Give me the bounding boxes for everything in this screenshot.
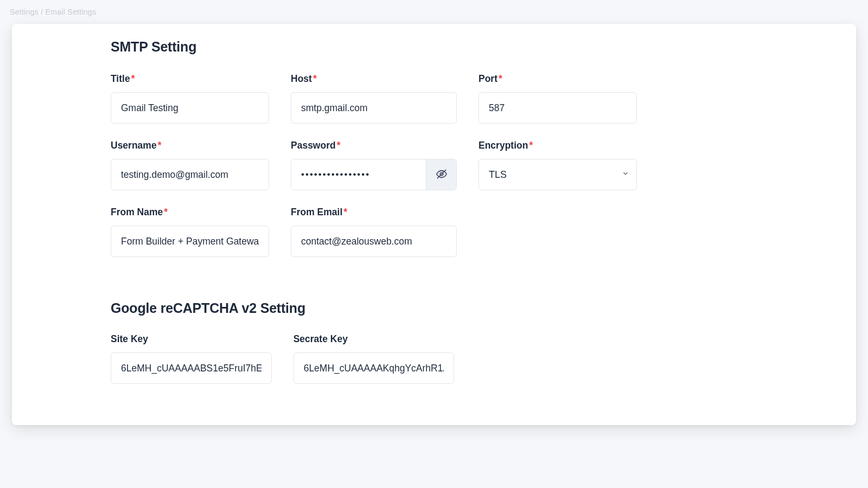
- secret-key-input[interactable]: [293, 352, 455, 384]
- required-asterisk: *: [337, 140, 341, 151]
- field-from-name: From Name*: [111, 207, 269, 257]
- label-password: Password*: [291, 140, 457, 151]
- label-from-name-text: From Name: [111, 207, 163, 217]
- host-input[interactable]: [291, 92, 457, 124]
- toggle-password-button[interactable]: [426, 159, 456, 190]
- field-password: Password*: [291, 140, 457, 190]
- username-input[interactable]: [111, 159, 269, 190]
- required-asterisk: *: [131, 73, 135, 84]
- grid-spacer: [478, 207, 637, 257]
- from-email-input[interactable]: [291, 226, 457, 257]
- page-wrapper: Settings / Email Settings SMTP Setting T…: [0, 0, 868, 425]
- field-port: Port*: [478, 73, 637, 124]
- smtp-fields-grid: Title* Host* Port*: [111, 73, 637, 257]
- required-asterisk: *: [313, 73, 317, 84]
- field-username: Username*: [111, 140, 269, 190]
- label-title: Title*: [111, 73, 269, 85]
- recaptcha-fields-grid: Site Key Secrate Key: [111, 333, 637, 384]
- label-encryption: Encryption*: [478, 140, 637, 151]
- label-encryption-text: Encryption: [478, 140, 528, 151]
- field-host: Host*: [291, 73, 457, 124]
- encryption-select[interactable]: TLS: [478, 159, 637, 190]
- settings-card: SMTP Setting Title* Host*: [12, 24, 856, 425]
- password-input[interactable]: [291, 159, 426, 190]
- from-name-input[interactable]: [111, 226, 269, 257]
- smtp-section-heading: SMTP Setting: [111, 39, 637, 55]
- label-host: Host*: [291, 73, 457, 85]
- password-input-group: [291, 159, 457, 190]
- required-asterisk: *: [499, 73, 502, 84]
- eye-off-icon: [436, 168, 448, 182]
- encryption-select-wrapper: TLS: [478, 159, 637, 190]
- label-port: Port*: [478, 73, 637, 85]
- label-port-text: Port: [478, 73, 497, 84]
- field-encryption: Encryption* TLS: [478, 140, 637, 190]
- label-from-email: From Email*: [291, 207, 457, 218]
- label-title-text: Title: [111, 73, 130, 84]
- label-username: Username*: [111, 140, 269, 151]
- field-site-key: Site Key: [111, 333, 272, 384]
- breadcrumb-bar: Settings / Email Settings: [0, 0, 868, 24]
- grid-spacer: [476, 333, 637, 384]
- field-from-email: From Email*: [291, 207, 457, 257]
- label-secret-key-text: Secrate Key: [293, 333, 348, 344]
- label-username-text: Username: [111, 140, 157, 151]
- label-from-email-text: From Email: [291, 207, 342, 217]
- required-asterisk: *: [164, 207, 168, 217]
- label-site-key-text: Site Key: [111, 333, 148, 344]
- required-asterisk: *: [343, 207, 347, 217]
- breadcrumb: Settings / Email Settings: [10, 8, 96, 16]
- label-host-text: Host: [291, 73, 312, 84]
- label-site-key: Site Key: [111, 333, 272, 345]
- field-title: Title*: [111, 73, 269, 124]
- required-asterisk: *: [529, 140, 533, 151]
- field-secret-key: Secrate Key: [293, 333, 455, 384]
- label-password-text: Password: [291, 140, 336, 151]
- site-key-input[interactable]: [111, 352, 272, 384]
- title-input[interactable]: [111, 92, 269, 124]
- recaptcha-section-heading: Google reCAPTCHA v2 Setting: [111, 300, 637, 316]
- label-secret-key: Secrate Key: [293, 333, 455, 345]
- content-inner: SMTP Setting Title* Host*: [12, 39, 663, 384]
- label-from-name: From Name*: [111, 207, 269, 218]
- port-input[interactable]: [478, 92, 637, 124]
- required-asterisk: *: [158, 140, 162, 151]
